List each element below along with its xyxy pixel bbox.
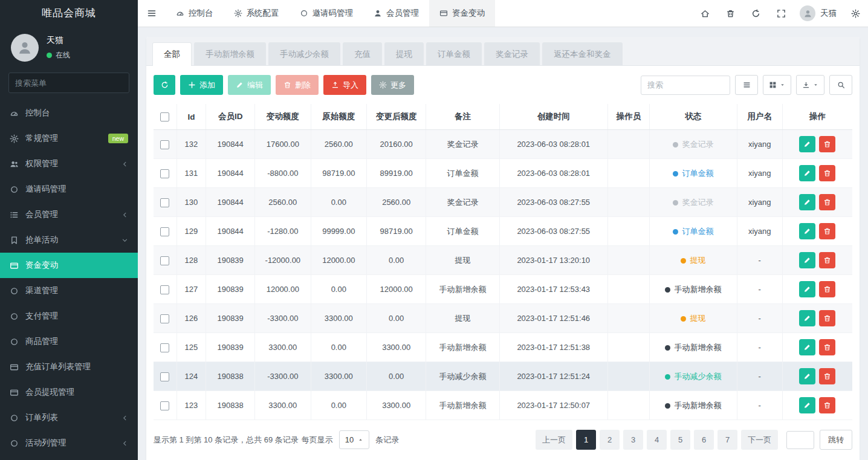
column-header[interactable]: 用户名 (737, 104, 782, 130)
sidebar-item[interactable]: 资金变动 (0, 253, 138, 278)
sidebar-item[interactable]: 权限管理 (0, 151, 138, 177)
row-delete-button[interactable] (819, 368, 835, 384)
topbar-user-menu[interactable]: 天猫 (794, 5, 843, 21)
user-avatar[interactable] (11, 34, 39, 62)
page-jump-button[interactable]: 跳转 (820, 430, 852, 450)
sidebar-item[interactable]: 会员提现管理 (0, 380, 138, 405)
page-button[interactable]: 4 (647, 430, 667, 450)
row-delete-button[interactable] (819, 252, 835, 268)
select-all-checkbox[interactable] (160, 112, 169, 121)
next-page-button[interactable]: 下一页 (741, 430, 778, 450)
row-delete-button[interactable] (819, 310, 835, 326)
row-edit-button[interactable] (799, 310, 815, 326)
page-button[interactable]: 1 (576, 430, 596, 450)
page-jump-input[interactable] (786, 431, 814, 449)
tab[interactable]: 奖金记录 (484, 42, 540, 65)
sidebar-item[interactable]: 会员管理 (0, 202, 138, 227)
sidebar-item[interactable]: 常规管理new (0, 126, 138, 151)
tab[interactable]: 手动新增余额 (194, 42, 266, 65)
column-header[interactable]: 操作 (782, 104, 852, 130)
table-search-input[interactable] (641, 76, 730, 95)
page-size-select[interactable]: 10 (339, 430, 369, 449)
row-checkbox[interactable] (160, 401, 169, 410)
column-header[interactable]: 备注 (426, 104, 499, 130)
export-button[interactable] (796, 75, 824, 95)
topnav-item[interactable]: 邀请码管理 (290, 0, 364, 27)
sidebar-toggle-button[interactable] (138, 0, 166, 27)
column-header[interactable]: 原始额度 (311, 104, 366, 130)
page-button[interactable]: 5 (670, 430, 690, 450)
row-edit-button[interactable] (799, 223, 815, 239)
row-edit-button[interactable] (799, 252, 815, 268)
more-button[interactable]: 更多 (371, 75, 414, 95)
column-header[interactable]: 操作员 (607, 104, 649, 130)
row-checkbox[interactable] (160, 314, 169, 323)
sidebar-item[interactable]: 充值订单列表管理 (0, 354, 138, 380)
row-edit-button[interactable] (799, 368, 815, 384)
sidebar-item[interactable]: 抢单活动 (0, 227, 138, 253)
row-delete-button[interactable] (819, 339, 835, 355)
row-delete-button[interactable] (819, 281, 835, 297)
column-header[interactable]: 变更后额度 (367, 104, 426, 130)
topnav-item[interactable]: 资金变动 (429, 0, 495, 27)
row-checkbox[interactable] (160, 285, 169, 294)
clear-trash-button[interactable] (717, 0, 743, 27)
topnav-item[interactable]: 会员管理 (363, 0, 429, 27)
tab[interactable]: 充值 (343, 42, 382, 65)
row-edit-button[interactable] (799, 165, 815, 181)
row-edit-button[interactable] (799, 281, 815, 297)
search-toggle-button[interactable] (829, 75, 852, 95)
refresh-button[interactable] (154, 75, 175, 95)
row-checkbox[interactable] (160, 256, 169, 265)
column-header[interactable]: 状态 (650, 104, 737, 130)
sidebar-item[interactable]: 渠道管理 (0, 278, 138, 303)
page-button[interactable]: 7 (717, 430, 737, 450)
row-delete-button[interactable] (819, 194, 835, 210)
column-header[interactable]: 会员ID (206, 104, 255, 130)
row-delete-button[interactable] (819, 397, 835, 413)
page-button[interactable]: 6 (694, 430, 714, 450)
row-checkbox[interactable] (160, 140, 169, 149)
row-checkbox[interactable] (160, 372, 169, 381)
fullscreen-button[interactable] (768, 0, 794, 27)
row-edit-button[interactable] (799, 194, 815, 210)
add-button[interactable]: 添加 (180, 75, 223, 95)
import-button[interactable]: 导入 (323, 75, 366, 95)
sidebar-item[interactable]: 控制台 (0, 100, 138, 126)
row-checkbox[interactable] (160, 169, 169, 178)
row-delete-button[interactable] (819, 223, 835, 239)
home-button[interactable] (692, 0, 717, 27)
row-delete-button[interactable] (819, 165, 835, 181)
delete-button[interactable]: 删除 (276, 75, 319, 95)
sidebar-item[interactable]: 活动列管理 (0, 430, 138, 456)
tab[interactable]: 全部 (152, 42, 192, 66)
tab[interactable]: 手动减少余额 (268, 42, 340, 65)
page-button[interactable]: 2 (600, 430, 620, 450)
page-button[interactable]: 3 (623, 430, 643, 450)
sidebar-item[interactable]: 邀请码管理 (0, 177, 138, 202)
column-header[interactable]: 创建时间 (499, 104, 607, 130)
row-edit-button[interactable] (799, 339, 815, 355)
prev-page-button[interactable]: 上一页 (536, 430, 572, 450)
topnav-item[interactable]: 控制台 (166, 0, 224, 27)
column-header[interactable]: Id (177, 104, 206, 130)
sidebar-item[interactable]: 支付管理 (0, 303, 138, 329)
sidebar-search-button[interactable] (128, 73, 129, 92)
refresh-cache-button[interactable] (743, 0, 768, 27)
sidebar-search-input[interactable] (9, 73, 128, 92)
row-checkbox[interactable] (160, 227, 169, 236)
tab[interactable]: 返还本金和奖金 (542, 42, 623, 65)
row-edit-button[interactable] (799, 397, 815, 413)
topnav-item[interactable]: 系统配置 (224, 0, 290, 27)
column-header[interactable]: 变动额度 (255, 104, 311, 130)
row-checkbox[interactable] (160, 198, 169, 207)
row-edit-button[interactable] (799, 136, 815, 152)
settings-button[interactable] (843, 0, 868, 27)
tab[interactable]: 提现 (384, 42, 424, 65)
sidebar-item[interactable]: 商品管理 (0, 329, 138, 354)
sidebar-item[interactable]: 订单列表 (0, 405, 138, 430)
row-delete-button[interactable] (819, 136, 835, 152)
toggle-view-button[interactable] (735, 75, 758, 95)
tab[interactable]: 订单金额 (426, 42, 482, 65)
edit-button[interactable]: 编辑 (228, 75, 271, 95)
